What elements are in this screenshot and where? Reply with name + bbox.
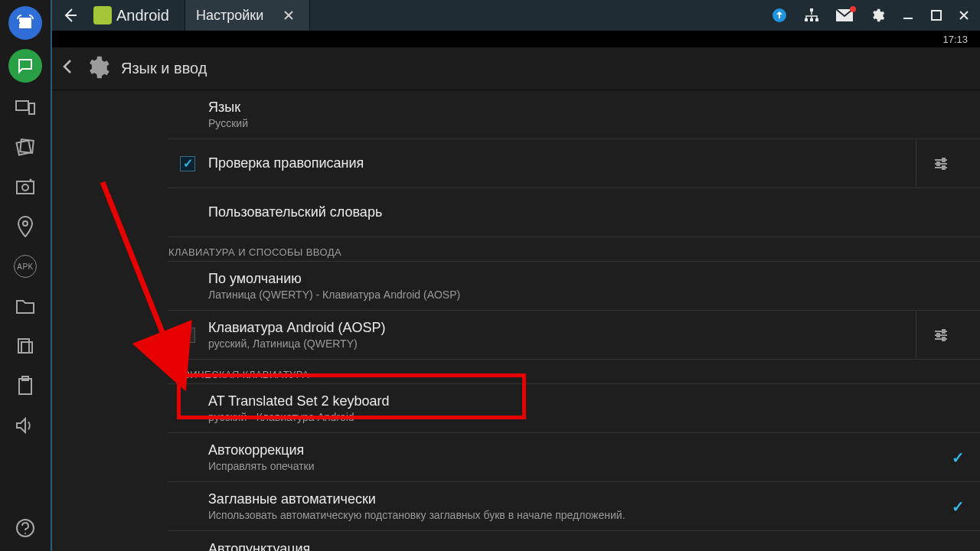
svg-rect-24 [942,166,945,169]
svg-rect-10 [21,342,32,353]
dock-videocall-icon[interactable] [8,6,42,40]
svg-point-0 [18,22,20,24]
network-icon[interactable] [804,8,819,23]
autocorrect-sub: Исправлять опечатки [208,460,952,472]
aosp-checkbox[interactable]: ✓ [180,328,195,343]
autocap-title: Заглавные автоматически [208,491,952,507]
row-autocap[interactable]: Заглавные автоматически Использовать авт… [167,482,980,531]
svg-rect-9 [18,339,29,353]
dock-location-icon[interactable] [8,211,42,242]
autocorrect-check-icon[interactable]: ✓ [952,448,965,467]
dock-clipboard-icon[interactable] [8,370,42,401]
svg-rect-2 [29,103,34,114]
close-icon[interactable] [959,10,969,21]
spellcheck-title: Проверка правописания [208,155,916,171]
maximize-icon[interactable] [931,10,942,21]
left-dock: APK [0,0,52,551]
dock-cards-icon[interactable] [8,132,42,162]
language-sub: Русский [208,117,965,129]
upload-icon[interactable] [772,8,787,23]
row-language[interactable]: Язык Русский [167,90,980,139]
tabstrip: Android Настройки [83,0,310,31]
physical-title: AT Translated Set 2 keyboard [208,393,965,409]
tab-android-label: Android [116,7,169,24]
svg-rect-22 [942,158,945,161]
autocap-sub: Использовать автоматическую подстановку … [208,509,952,521]
android-icon [93,6,112,24]
aosp-settings-icon[interactable] [916,311,965,359]
autocorrect-title: Автокоррекция [208,442,952,458]
android-statusbar: 17:13 [52,31,980,47]
dock-copy-icon[interactable] [8,331,42,361]
actionbar-title: Язык и ввод [121,60,207,77]
svg-point-14 [24,533,26,534]
dock-apk-icon[interactable]: APK [8,251,42,282]
actionbar: Язык и ввод [52,47,980,90]
dock-devices-icon[interactable] [8,92,42,122]
svg-point-7 [30,179,32,181]
svg-rect-18 [810,18,813,21]
back-button[interactable] [58,3,83,28]
status-time: 17:13 [942,34,968,45]
dock-folder-icon[interactable] [8,291,42,321]
svg-rect-23 [937,162,939,165]
dock-volume-icon[interactable] [8,410,42,441]
aosp-sub: русский, Латиница (QWERTY) [208,337,916,350]
svg-rect-1 [16,101,28,110]
spellcheck-checkbox[interactable]: ✓ [180,156,195,171]
svg-rect-19 [815,18,818,21]
svg-rect-21 [932,11,941,20]
tab-settings-label: Настройки [196,8,263,24]
svg-rect-25 [942,330,945,333]
row-autopunct[interactable]: Автопунктуация Нажмите дважды клавишу "П… [167,531,980,551]
default-sub: Латиница (QWERTY) - Клавиатура Android (… [208,289,965,301]
svg-rect-17 [805,18,808,21]
minimize-icon[interactable] [902,9,914,21]
default-title: По умолчанию [208,271,965,287]
svg-rect-16 [810,8,813,11]
svg-point-8 [23,221,28,226]
system-icons [772,8,974,23]
tab-android[interactable]: Android [83,0,185,31]
row-spellcheck[interactable]: ✓ Проверка правописания [167,139,980,188]
row-physical-keyboard[interactable]: AT Translated Set 2 keyboard русский - К… [167,384,980,433]
tab-close-icon[interactable] [283,10,294,21]
row-userdict[interactable]: Пользовательский словарь [167,188,980,237]
autopunct-title: Автопунктуация [208,541,952,552]
language-title: Язык [208,99,965,116]
actionbar-back-icon[interactable] [63,59,74,78]
tab-settings[interactable]: Настройки [185,0,310,31]
svg-rect-27 [942,337,945,341]
row-default[interactable]: По умолчанию Латиница (QWERTY) - Клавиат… [167,262,980,311]
dock-help-icon[interactable] [8,513,42,543]
userdict-title: Пользовательский словарь [208,204,965,220]
spellcheck-settings-icon[interactable] [916,139,965,187]
gear-icon[interactable] [870,8,885,23]
row-autocorrect[interactable]: Автокоррекция Исправлять опечатки ✓ [167,433,980,482]
titlebar: Android Настройки [52,0,980,31]
actionbar-gear-icon [84,54,110,83]
mail-icon[interactable] [836,9,853,21]
settings-content: Язык Русский ✓ Проверка правописания Пол… [52,90,980,551]
section-physical: ФИЗИЧЕСКАЯ КЛАВИАТУРА [167,360,980,384]
physical-sub: русский - Клавиатура Android [208,411,965,423]
svg-rect-26 [937,334,939,337]
aosp-title: Клавиатура Android (AOSP) [208,320,916,336]
autopunct-check-icon[interactable]: ✓ [952,546,965,551]
dock-camera-icon[interactable] [8,171,42,202]
autocap-check-icon[interactable]: ✓ [952,497,965,516]
svg-point-6 [22,184,28,191]
row-aosp[interactable]: ✓ Клавиатура Android (AOSP) русский, Лат… [167,311,980,360]
dock-chat-icon[interactable] [8,49,42,83]
section-keyboards: КЛАВИАТУРА И СПОСОБЫ ВВОДА [167,237,980,262]
svg-rect-5 [17,181,34,194]
